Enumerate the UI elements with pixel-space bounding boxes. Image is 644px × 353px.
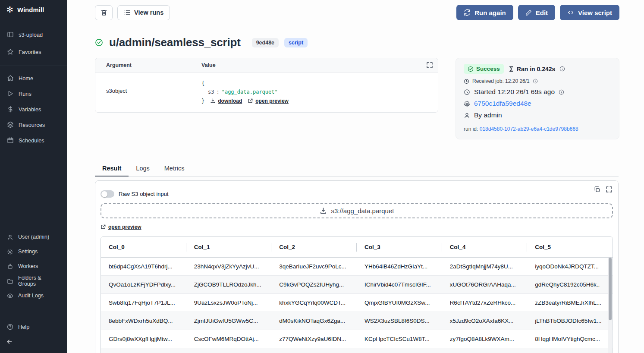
view-runs-button[interactable]: View runs <box>117 5 170 20</box>
result-panel: Raw S3 object input s3://agg_data.parque… <box>95 180 619 353</box>
info-icon[interactable] <box>559 89 564 95</box>
sidebar-item-label: Settings <box>18 249 38 255</box>
dollar-icon <box>7 106 14 113</box>
run-again-button[interactable]: Run again <box>456 5 513 20</box>
scrollbar-thumb[interactable] <box>609 258 612 320</box>
delete-run-button[interactable] <box>95 5 113 20</box>
sidebar-item-audit-logs[interactable]: Audit Logs <box>0 288 67 303</box>
view-script-button[interactable]: View script <box>560 5 619 20</box>
sidebar-item-folders-groups[interactable]: Folders & Groups <box>0 274 67 288</box>
table-cell: ZjmIJUiGwfU5GWw5C... <box>186 312 272 330</box>
sidebar-item-schedules[interactable]: Schedules <box>0 132 67 148</box>
column-header[interactable]: Col_2 <box>271 237 357 257</box>
table-cell: C9kGvPOQZs2IUHyhg... <box>271 275 357 293</box>
run-id-row: run id: 018d4580-1072-ab29-e6a4-c1de9798… <box>464 126 611 132</box>
content-row: Argument Value s3object { s3:"agg_data.p… <box>67 58 644 139</box>
sidebar-item-home[interactable]: Home <box>0 70 67 86</box>
preview-row: open preview <box>101 224 613 231</box>
json-string-value: "agg_data.parquet" <box>222 89 278 95</box>
sidebar-item-workers[interactable]: Workers <box>0 259 67 274</box>
page-title: u/admin/seamless_script <box>109 36 241 49</box>
run-id-link[interactable]: 018d4580-1072-ab29-e6a4-c1de9798b668 <box>480 126 578 132</box>
run-id-label: run id: <box>464 126 478 132</box>
table-cell: 8ebbFxWDxrh5uXdBQ... <box>101 312 186 330</box>
tab-result[interactable]: Result <box>95 162 129 176</box>
sidebar-item-settings[interactable]: Settings <box>0 244 67 259</box>
table-cell: gdReQhyC8192c05H6k.. <box>527 275 613 293</box>
table-cell: KCpHpcTCIcSCu1W8T... <box>357 330 442 348</box>
column-header[interactable]: Col_0 <box>101 237 186 257</box>
tab-metrics[interactable]: Metrics <box>157 162 192 176</box>
sidebar: ✻ Windmill s3-upload Favorites Home Runs <box>0 0 67 353</box>
column-header[interactable]: Col_4 <box>442 237 528 257</box>
column-header[interactable]: Col_5 <box>527 237 613 257</box>
expand-result-icon[interactable] <box>606 186 613 193</box>
sidebar-item-user-admin[interactable]: User (admin) <box>0 230 67 244</box>
open-preview-link[interactable]: open preview <box>248 97 289 105</box>
table-cell: 23hN4qxV3jZkYyAzjvU... <box>186 257 272 275</box>
edit-label: Edit <box>536 9 548 16</box>
table-cell: ZjGCOB9TLLROdzoJkh... <box>186 275 272 293</box>
table-cell: WS2X3uzSBL8f6S0DS... <box>357 312 442 330</box>
sidebar-item-label: Schedules <box>19 137 44 144</box>
layers-icon <box>7 121 14 128</box>
hourglass-icon <box>508 66 514 72</box>
arguments-card: Argument Value s3object { s3:"agg_data.p… <box>95 58 438 113</box>
tab-logs[interactable]: Logs <box>129 162 157 176</box>
open-preview-link[interactable]: open preview <box>101 224 141 230</box>
table-cell: zZB3eatyrRiBMEJrXIhL... <box>527 293 613 312</box>
view-script-label: View script <box>578 9 612 16</box>
argument-row: s3object { s3:"agg_data.parquet" } downl… <box>95 72 438 112</box>
edit-button[interactable]: Edit <box>518 5 555 20</box>
column-header[interactable]: Col_3 <box>357 237 442 257</box>
sidebar-item-resources[interactable]: Resources <box>0 117 67 132</box>
sidebar-item-label: Runs <box>19 91 31 97</box>
worker-id-link[interactable]: 6750c1dfa59ed48e <box>474 100 531 107</box>
star-icon <box>7 48 14 55</box>
result-tabs: Result Logs Metrics <box>95 162 619 176</box>
column-header[interactable]: Col_1 <box>186 237 272 257</box>
sidebar-item-variables[interactable]: Variables <box>0 101 67 117</box>
table-cell: 9UazLsxzsJW0oPToNj... <box>186 293 272 312</box>
sidebar-item-favorites[interactable]: Favorites <box>0 43 67 60</box>
json-close-line: } download open preview <box>201 97 289 105</box>
info-icon[interactable] <box>559 66 565 72</box>
table-scrollbar[interactable] <box>608 258 612 353</box>
home-icon <box>7 75 14 82</box>
workspace-brand[interactable]: ✻ Windmill <box>0 0 67 19</box>
table-cell: jLThBTbOBJODIc65Iw1... <box>527 312 613 330</box>
download-link[interactable]: download <box>210 97 242 105</box>
bot-icon <box>7 263 13 270</box>
status-line: Success Ran in 0.242s <box>464 64 611 74</box>
table-cell: 3qeBarIueJF2uvc9PoLc... <box>271 257 357 275</box>
s3-object-download-button[interactable]: s3://agg_data.parquet <box>101 203 613 218</box>
raw-s3-toggle[interactable] <box>101 190 114 198</box>
sidebar-item-runs[interactable]: Runs <box>0 86 67 101</box>
argument-name: s3object <box>106 79 201 105</box>
external-link-icon <box>101 224 106 230</box>
sidebar-item-label: Resources <box>19 122 45 128</box>
sidebar-item-label: User (admin) <box>18 234 49 240</box>
maximize-icon <box>426 62 433 69</box>
table-row: GDrs0j8wXXgfHgjjMtw... CscOFwM6MRqDOttAj… <box>101 330 613 348</box>
received-job-text: Received job: 12:20 26/1 <box>472 78 530 84</box>
play-icon <box>7 90 14 97</box>
run-status-card: Success Ran in 0.242s Received job: 12:2… <box>456 58 619 139</box>
json-kv-line: s3:"agg_data.parquet" <box>201 88 289 96</box>
copy-result-icon[interactable] <box>594 186 600 193</box>
sidebar-item-label: Help <box>18 324 29 330</box>
view-runs-label: View runs <box>134 9 163 16</box>
argument-value: { s3:"agg_data.parquet" } download <box>201 79 289 105</box>
json-key: s3 <box>208 89 214 95</box>
title-row: u/admin/seamless_script 9ed48e script <box>67 36 644 49</box>
expand-arguments-button[interactable] <box>426 62 433 69</box>
cpu-icon <box>464 101 470 107</box>
user-icon <box>7 234 13 240</box>
sidebar-item-help[interactable]: Help <box>0 319 67 334</box>
sidebar-item-label: Folders & Groups <box>18 275 60 287</box>
raw-s3-toggle-row: Raw S3 object input <box>101 190 613 198</box>
collapse-sidebar-button[interactable] <box>0 334 67 353</box>
info-icon[interactable] <box>533 79 538 84</box>
sidebar-item-s3-upload[interactable]: s3-upload <box>0 26 67 43</box>
calendar-icon <box>7 137 14 144</box>
